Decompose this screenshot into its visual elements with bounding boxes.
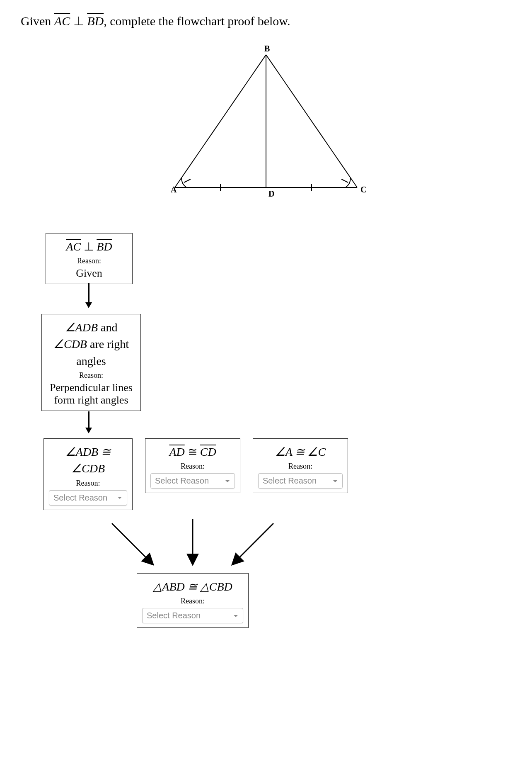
b2-l1a: ∠ADB bbox=[65, 321, 98, 334]
b2-l1b: and bbox=[98, 321, 117, 334]
proof-box-given: AC ⊥ BD Reason: Given bbox=[46, 233, 133, 284]
b4-seg1: AD bbox=[169, 445, 184, 458]
b5-l1: ∠A ≅ ∠C bbox=[275, 445, 326, 458]
label-a: A bbox=[171, 185, 177, 194]
svg-line-7 bbox=[341, 179, 348, 182]
svg-line-3 bbox=[266, 55, 357, 187]
svg-line-10 bbox=[232, 523, 273, 565]
prompt-after: , complete the flowchart proof below. bbox=[104, 14, 290, 28]
proof-box-angles-congruent: ∠ADB ≅ ∠CDB Reason: Select Reason bbox=[44, 438, 133, 510]
b1-reason: Given bbox=[50, 267, 128, 280]
b1-reason-label: Reason: bbox=[50, 257, 128, 265]
svg-line-2 bbox=[175, 55, 266, 187]
b3-reason-select[interactable]: Select Reason bbox=[49, 490, 127, 506]
b3-l1: ∠ADB ≅ bbox=[65, 445, 111, 458]
b2-l2a: ∠CDB bbox=[53, 338, 87, 350]
b2-l2b: are right bbox=[87, 338, 129, 350]
arrow-2-3 bbox=[85, 411, 92, 433]
b2-reason-label: Reason: bbox=[46, 371, 136, 380]
segment-ac: AC bbox=[54, 14, 70, 28]
label-c: C bbox=[360, 185, 366, 194]
page: Given AC ⊥ BD, complete the flowchart pr… bbox=[0, 0, 532, 743]
prompt-text: Given AC ⊥ BD, complete the flowchart pr… bbox=[21, 12, 511, 30]
b5-reason-select[interactable]: Select Reason bbox=[258, 473, 343, 489]
proof-box-base-angles: ∠A ≅ ∠C Reason: Select Reason bbox=[253, 438, 348, 493]
svg-line-8 bbox=[112, 523, 153, 565]
triangle-diagram: A B C D bbox=[21, 42, 511, 208]
b4-reason-label: Reason: bbox=[150, 462, 236, 471]
b6-reason-label: Reason: bbox=[141, 597, 244, 605]
b6-l1: △ABD ≅ △CBD bbox=[153, 580, 232, 593]
perp-symbol: ⊥ bbox=[70, 14, 87, 28]
proof-box-right-angles: ∠ADB and ∠CDB are right angles Reason: P… bbox=[41, 314, 141, 411]
b4-cong: ≅ bbox=[185, 445, 200, 458]
label-b: B bbox=[264, 44, 270, 53]
b5-reason-label: Reason: bbox=[257, 462, 343, 471]
b4-seg2: CD bbox=[200, 445, 216, 458]
proof-box-conclusion: △ABD ≅ △CBD Reason: Select Reason bbox=[137, 573, 249, 628]
arrow-1-2 bbox=[85, 283, 92, 308]
b4-reason-select[interactable]: Select Reason bbox=[150, 473, 235, 489]
b3-reason-label: Reason: bbox=[48, 479, 128, 488]
b1-seg2: BD bbox=[97, 240, 112, 253]
b1-perp: ⊥ bbox=[81, 240, 97, 253]
proof-box-sides-congruent: AD ≅ CD Reason: Select Reason bbox=[145, 438, 240, 493]
prompt-before: Given bbox=[21, 14, 54, 28]
b2-reason-l2: form right angles bbox=[46, 394, 136, 406]
b1-seg1: AC bbox=[66, 240, 81, 253]
b3-l2: ∠CDB bbox=[71, 462, 105, 475]
diagram-svg: A B C D bbox=[150, 42, 382, 208]
label-d: D bbox=[268, 189, 274, 198]
svg-line-6 bbox=[184, 179, 191, 182]
b6-reason-select[interactable]: Select Reason bbox=[142, 608, 243, 623]
converging-arrows bbox=[41, 515, 373, 581]
proof-flowchart: AC ⊥ BD Reason: Given ∠ADB and ∠CDB are … bbox=[21, 233, 511, 731]
b2-l3: angles bbox=[46, 354, 136, 369]
segment-bd: BD bbox=[87, 14, 104, 28]
b2-reason-l1: Perpendicular lines bbox=[46, 382, 136, 394]
